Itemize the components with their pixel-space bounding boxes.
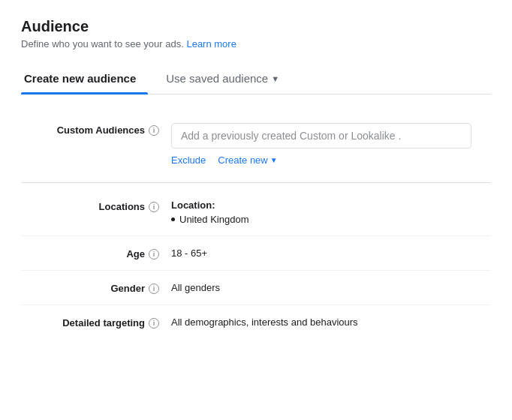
detailed-targeting-info-icon[interactable]: i: [149, 318, 159, 328]
gender-row: Gender i All genders: [21, 270, 491, 304]
gender-content: All genders: [171, 281, 491, 293]
form-section: Custom Audiences i Exclude Create new ▼ …: [21, 112, 491, 339]
tab-use-saved[interactable]: Use saved audience ▼: [163, 64, 282, 94]
custom-audiences-input[interactable]: [171, 123, 471, 148]
page-title: Audience: [21, 18, 491, 35]
age-row: Age i 18 - 65+: [21, 236, 491, 270]
bullet-dot: [171, 218, 175, 221]
tab-create-new[interactable]: Create new audience: [21, 64, 148, 94]
page-section: Audience Define who you want to see your…: [21, 18, 491, 50]
locations-row: Locations i Location: United Kingdom: [21, 189, 491, 236]
detailed-targeting-label: Detailed targeting i: [21, 316, 171, 328]
custom-audiences-content: Exclude Create new ▼: [171, 123, 491, 166]
gender-value: All genders: [171, 282, 220, 293]
input-actions: Exclude Create new ▼: [171, 154, 491, 166]
age-value: 18 - 65+: [171, 248, 207, 259]
locations-content: Location: United Kingdom: [171, 200, 491, 225]
detailed-targeting-value: All demographics, interests and behaviou…: [171, 316, 358, 328]
exclude-button[interactable]: Exclude: [171, 154, 206, 166]
page-subtitle: Define who you want to see your ads. Lea…: [21, 38, 491, 50]
custom-audiences-row: Custom Audiences i Exclude Create new ▼: [21, 112, 491, 176]
locations-info-icon[interactable]: i: [149, 202, 159, 212]
custom-audiences-label: Custom Audiences i: [21, 123, 171, 136]
gender-info-icon[interactable]: i: [149, 284, 159, 294]
detailed-targeting-row: Detailed targeting i All demographics, i…: [21, 304, 491, 339]
info-icon[interactable]: i: [149, 125, 159, 136]
create-new-button[interactable]: Create new ▼: [218, 154, 277, 166]
age-info-icon[interactable]: i: [149, 249, 159, 260]
learn-more-link[interactable]: Learn more: [186, 38, 236, 50]
gender-label: Gender i: [21, 281, 171, 294]
age-content: 18 - 65+: [171, 247, 491, 259]
locations-label: Locations i: [21, 200, 171, 212]
location-type: Location:: [171, 200, 491, 211]
chevron-down-icon-create: ▼: [270, 156, 278, 164]
chevron-down-icon: ▼: [271, 74, 279, 83]
section-divider: [21, 182, 491, 183]
location-country: United Kingdom: [171, 214, 491, 225]
detailed-targeting-content: All demographics, interests and behaviou…: [171, 316, 491, 328]
age-label: Age i: [21, 247, 171, 260]
tabs-container: Create new audience Use saved audience ▼: [21, 64, 491, 94]
